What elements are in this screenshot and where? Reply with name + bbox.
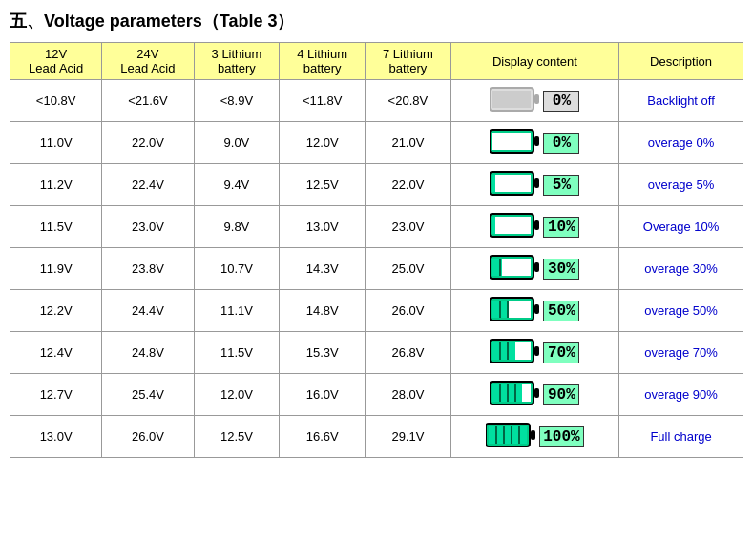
header-3li: 3 Lithium battery	[194, 43, 280, 80]
desc-cell-row6: overage 70%	[619, 332, 743, 374]
cell-v4li-row1: 12.0V	[280, 122, 366, 164]
desc-cell-row0: Backlight off	[619, 80, 743, 122]
svg-rect-14	[492, 217, 531, 234]
cell-v7li-row4: 25.0V	[366, 248, 451, 290]
svg-rect-15	[492, 217, 495, 234]
svg-rect-9	[534, 178, 539, 188]
cell-v3li-row5: 11.1V	[194, 290, 280, 332]
cell-v3li-row7: 12.0V	[194, 374, 280, 416]
cell-v3li-row4: 10.7V	[194, 248, 280, 290]
battery-icon	[490, 296, 539, 325]
cell-v3li-row1: 9.0V	[194, 122, 280, 164]
cell-v3li-row3: 9.8V	[194, 206, 280, 248]
cell-v24-row5: 24.4V	[102, 290, 194, 332]
desc-cell-row3: Overage 10%	[619, 206, 743, 248]
cell-v7li-row6: 26.8V	[366, 332, 451, 374]
display-cell-row5: 50%	[450, 290, 618, 332]
cell-v24-row1: 22.0V	[102, 122, 194, 164]
svg-rect-2	[492, 91, 531, 108]
header-4li: 4 Lithium battery	[280, 43, 366, 80]
svg-rect-17	[534, 262, 539, 272]
cell-v4li-row0: <11.8V	[280, 80, 366, 122]
svg-rect-1	[534, 94, 539, 104]
desc-cell-row7: overage 90%	[619, 374, 743, 416]
battery-icon	[490, 170, 539, 199]
header-12v: 12V Lead Acid	[10, 43, 102, 80]
cell-v4li-row6: 15.3V	[280, 332, 366, 374]
desc-cell-row8: Full charge	[619, 416, 743, 458]
battery-icon	[490, 212, 539, 241]
battery-icon	[490, 254, 539, 283]
svg-rect-13	[534, 220, 539, 230]
display-cell-row6: 70%	[450, 332, 618, 374]
cell-v4li-row8: 16.6V	[280, 416, 366, 458]
battery-icon	[490, 128, 539, 157]
percent-display: 70%	[543, 342, 579, 363]
cell-v12-row4: 11.9V	[10, 248, 102, 290]
cell-v7li-row5: 26.0V	[366, 290, 451, 332]
cell-v12-row5: 12.2V	[10, 290, 102, 332]
svg-rect-5	[534, 136, 539, 146]
header-description: Description	[619, 43, 743, 80]
cell-v24-row7: 25.4V	[102, 374, 194, 416]
desc-cell-row5: overage 50%	[619, 290, 743, 332]
svg-rect-43	[489, 426, 527, 444]
display-cell-row0: 0%	[450, 80, 618, 122]
voltage-table: 12V Lead Acid 24V Lead Acid 3 Lithium ba…	[10, 42, 743, 458]
cell-v24-row2: 22.4V	[102, 164, 194, 206]
cell-v12-row0: <10.8V	[10, 80, 102, 122]
battery-icon	[490, 86, 539, 115]
cell-v7li-row2: 22.0V	[366, 164, 451, 206]
cell-v7li-row8: 29.1V	[366, 416, 451, 458]
percent-display: 10%	[543, 217, 579, 238]
display-cell-row8: 100%	[450, 416, 618, 458]
percent-display: 100%	[539, 426, 583, 447]
cell-v4li-row3: 13.0V	[280, 206, 366, 248]
battery-icon	[490, 380, 539, 409]
svg-rect-6	[492, 133, 531, 150]
percent-display: 0%	[543, 91, 579, 112]
header-24v: 24V Lead Acid	[102, 43, 194, 80]
page-title: 五、Voltage parameters（Table 3）	[10, 10, 743, 32]
battery-icon	[486, 422, 535, 451]
percent-display: 50%	[543, 301, 579, 321]
cell-v24-row3: 23.0V	[102, 206, 194, 248]
percent-display: 5%	[543, 175, 579, 196]
display-cell-row1: 0%	[450, 122, 618, 164]
cell-v7li-row3: 23.0V	[366, 206, 451, 248]
display-cell-row3: 10%	[450, 206, 618, 248]
desc-cell-row4: overage 30%	[619, 248, 743, 290]
percent-display: 90%	[543, 384, 579, 405]
display-cell-row7: 90%	[450, 374, 618, 416]
svg-rect-22	[534, 304, 539, 314]
display-cell-row4: 30%	[450, 248, 618, 290]
cell-v7li-row7: 28.0V	[366, 374, 451, 416]
cell-v4li-row2: 12.5V	[280, 164, 366, 206]
cell-v24-row0: <21.6V	[102, 80, 194, 122]
desc-cell-row2: overage 5%	[619, 164, 743, 206]
cell-v12-row6: 12.4V	[10, 332, 102, 374]
cell-v12-row3: 11.5V	[10, 206, 102, 248]
svg-rect-34	[534, 388, 539, 398]
battery-icon	[490, 338, 539, 367]
display-cell-row2: 5%	[450, 164, 618, 206]
cell-v7li-row1: 21.0V	[366, 122, 451, 164]
cell-v12-row1: 11.0V	[10, 122, 102, 164]
svg-rect-11	[492, 175, 495, 192]
cell-v4li-row5: 14.8V	[280, 290, 366, 332]
cell-v7li-row0: <20.8V	[366, 80, 451, 122]
header-7li: 7 Lithium battery	[366, 43, 451, 80]
header-display: Display content	[450, 43, 618, 80]
cell-v12-row8: 13.0V	[10, 416, 102, 458]
percent-display: 30%	[543, 259, 579, 280]
cell-v12-row7: 12.7V	[10, 374, 102, 416]
svg-rect-28	[534, 346, 539, 356]
cell-v4li-row7: 16.0V	[280, 374, 366, 416]
cell-v3li-row0: <8.9V	[194, 80, 280, 122]
cell-v3li-row6: 11.5V	[194, 332, 280, 374]
cell-v24-row4: 23.8V	[102, 248, 194, 290]
svg-rect-10	[492, 175, 531, 192]
cell-v4li-row4: 14.3V	[280, 248, 366, 290]
percent-display: 0%	[543, 133, 579, 154]
cell-v12-row2: 11.2V	[10, 164, 102, 206]
